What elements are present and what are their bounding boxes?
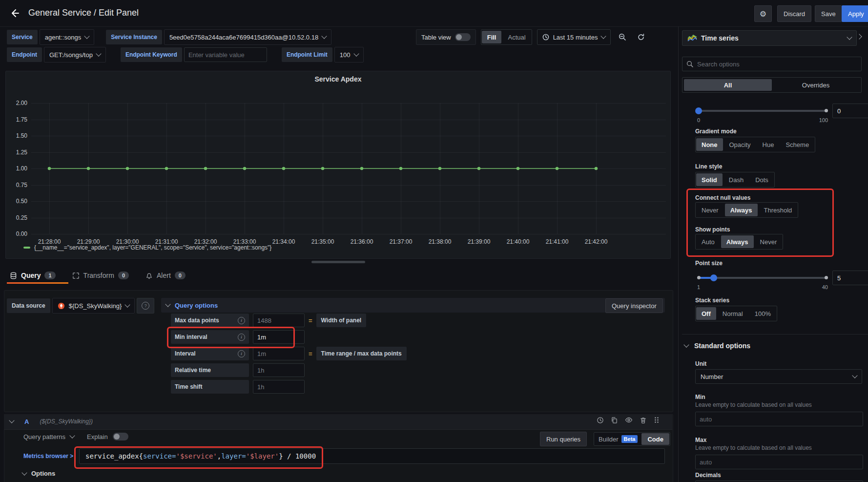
datasource-value: ${DS_SkyWalking}: [69, 302, 122, 310]
eye-icon[interactable]: [625, 416, 633, 424]
point-size-label: Point size: [695, 260, 723, 267]
points-auto-option[interactable]: Auto: [696, 235, 720, 248]
back-arrow-icon[interactable]: [8, 6, 21, 20]
query-inspector-button[interactable]: Query inspector: [605, 298, 663, 313]
points-never-option[interactable]: Never: [755, 235, 783, 248]
search-options-input[interactable]: [697, 58, 857, 70]
datasource-select[interactable]: ${DS_SkyWalking}: [52, 298, 135, 314]
apply-button[interactable]: Apply: [842, 5, 868, 22]
line-style-group: Solid Dash Dots: [695, 172, 775, 188]
gradient-hue-option[interactable]: Hue: [757, 138, 780, 151]
legend-item[interactable]: {__name__="service_apdex", layer="GENERA…: [23, 244, 271, 251]
save-button[interactable]: Save: [815, 5, 842, 22]
query-options-header[interactable]: Query options: [161, 298, 665, 313]
builder-option[interactable]: Builder Beta: [595, 435, 641, 443]
max-input[interactable]: [695, 455, 863, 469]
slider-end-dot: [825, 276, 828, 279]
refresh-icon[interactable]: [634, 30, 648, 44]
explain-toggle[interactable]: [113, 433, 128, 440]
connect-null-values-group: Never Always Threshold: [695, 202, 798, 218]
line-solid-option[interactable]: Solid: [696, 173, 723, 186]
endpoint-limit-select[interactable]: 100: [334, 47, 364, 63]
query-ref-id: A: [24, 418, 29, 425]
service-variable-select[interactable]: agent::songs: [40, 29, 94, 45]
connect-always-option[interactable]: Always: [725, 204, 758, 216]
zoom-out-icon[interactable]: [616, 30, 629, 44]
time-range-picker[interactable]: Last 15 minutes: [537, 29, 611, 45]
stack-100-option[interactable]: 100%: [749, 307, 776, 320]
fill-option[interactable]: Fill: [482, 31, 502, 43]
info-icon[interactable]: i: [238, 317, 245, 324]
decimals-label: Decimals: [695, 472, 721, 479]
trash-icon[interactable]: [640, 417, 647, 424]
endpoint-variable-select[interactable]: GET:/songs/top: [44, 47, 106, 63]
run-queries-button[interactable]: Run queries: [540, 432, 587, 446]
duplicate-icon[interactable]: [611, 417, 618, 424]
time-shift-input[interactable]: 1h: [253, 380, 305, 394]
min-input[interactable]: [695, 412, 863, 426]
chevron-down-icon: [322, 33, 327, 39]
info-icon[interactable]: i: [238, 350, 245, 357]
query-row-header[interactable]: [4, 414, 672, 430]
datasource-help-button[interactable]: ?: [137, 298, 154, 314]
connect-null-values-label: Connect null values: [695, 194, 750, 201]
chevron-down-icon[interactable]: [9, 418, 14, 423]
connect-never-option[interactable]: Never: [696, 204, 724, 216]
service-instance-variable-label: Service Instance: [106, 30, 162, 44]
visualization-select[interactable]: Time series: [682, 30, 857, 46]
gradient-opacity-option[interactable]: Opacity: [724, 138, 756, 151]
gradient-scheme-option[interactable]: Scheme: [780, 138, 814, 151]
discard-button[interactable]: Discard: [777, 5, 811, 22]
tab-overrides[interactable]: Overrides: [772, 79, 860, 91]
max-data-points-input[interactable]: 1488: [253, 314, 305, 327]
collapse-options-pane-button[interactable]: [853, 30, 865, 45]
query-expression-input[interactable]: service_apdex{service='$service', layer=…: [79, 448, 665, 464]
tab-query[interactable]: Query 1: [10, 272, 56, 279]
service-instance-variable-select[interactable]: 5eed0e5758a244aca6e7699415d360aa@10.52.0…: [164, 29, 331, 45]
point-size-slider-track[interactable]: [699, 277, 827, 279]
relative-time-input[interactable]: 1h: [253, 363, 305, 377]
actual-option[interactable]: Actual: [502, 31, 531, 43]
standard-options-header[interactable]: Standard options: [684, 342, 750, 350]
tab-all[interactable]: All: [684, 79, 772, 91]
tab-transform[interactable]: Transform 0: [72, 272, 129, 279]
point-size-value-input[interactable]: 5: [832, 271, 868, 285]
table-view-toggle-group: Table view: [416, 29, 476, 45]
min-interval-input[interactable]: 1m: [253, 330, 305, 344]
query-patterns-label: Query patterns: [23, 433, 65, 440]
table-view-toggle[interactable]: [455, 33, 471, 41]
metrics-browser-toggle[interactable]: Metrics browser >: [23, 453, 73, 460]
slider-min-label: 0: [697, 117, 700, 123]
panel-settings-button[interactable]: ⚙: [754, 5, 772, 22]
code-option[interactable]: Code: [641, 433, 669, 445]
option-row-interval: Intervali 1m = Time range / max data poi…: [171, 347, 407, 360]
stack-off-option[interactable]: Off: [696, 307, 716, 320]
point-size-slider-handle[interactable]: [710, 274, 717, 281]
connect-threshold-option[interactable]: Threshold: [759, 204, 798, 216]
fill-opacity-slider-track[interactable]: [699, 110, 827, 112]
chevron-down-icon: [353, 51, 359, 56]
tab-alert[interactable]: Alert 0: [145, 272, 186, 279]
drag-handle-icon[interactable]: [654, 417, 660, 423]
points-always-option[interactable]: Always: [721, 235, 754, 248]
query-patterns-dropdown[interactable]: Query patterns: [23, 433, 74, 440]
service-variable-label: Service: [7, 30, 38, 44]
endpoint-keyword-input[interactable]: [184, 47, 267, 62]
history-icon[interactable]: [597, 417, 604, 424]
options-label: Options: [31, 470, 55, 477]
interval-input[interactable]: 1m: [253, 347, 305, 360]
endpoint-limit-value: 100: [340, 51, 351, 59]
builder-label: Builder: [599, 436, 618, 443]
line-dots-option[interactable]: Dots: [750, 173, 774, 186]
page-title: General Service / Edit Panel: [28, 8, 139, 18]
line-dash-option[interactable]: Dash: [723, 173, 749, 186]
variables-row-1: Service agent::songs Service Instance 5e…: [7, 29, 331, 45]
query-options-collapser[interactable]: Options: [22, 470, 55, 477]
gradient-none-option[interactable]: None: [696, 138, 723, 151]
fill-opacity-value-input[interactable]: 0: [832, 104, 868, 118]
panel-resize-handle[interactable]: [311, 261, 365, 263]
info-icon[interactable]: i: [238, 334, 245, 341]
unit-select[interactable]: Number: [695, 369, 862, 384]
fill-opacity-slider-handle[interactable]: [695, 107, 702, 114]
stack-normal-option[interactable]: Normal: [717, 307, 748, 320]
